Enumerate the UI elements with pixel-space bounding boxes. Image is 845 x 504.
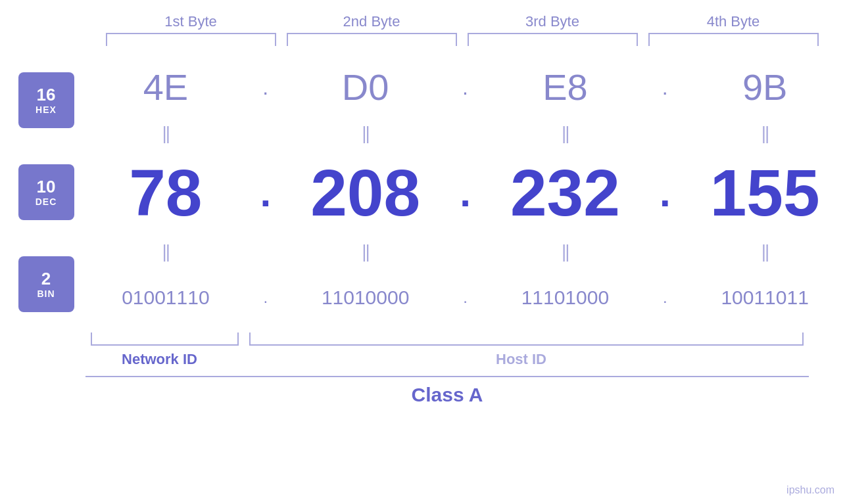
equals-1-1: ||	[85, 123, 246, 144]
equals-2-4: ||	[685, 241, 845, 262]
dec-row: 78 . 208 . 232 . 155	[85, 150, 845, 235]
hex-cell-4: 9B	[685, 69, 845, 106]
equals-2-2: ||	[285, 241, 446, 262]
dec-value-1: 78	[129, 156, 202, 229]
dec-value-4: 155	[710, 156, 820, 229]
equals-1-3: ||	[485, 123, 646, 144]
bin-dot-2: .	[446, 288, 485, 307]
network-id-label: Network ID	[85, 351, 233, 368]
bin-cell-1: 01001110	[85, 288, 246, 308]
equals-row-2: || || || ||	[85, 235, 845, 268]
bracket-byte2	[287, 33, 457, 46]
equals-row-1: || || || ||	[85, 117, 845, 150]
equals-1-4: ||	[685, 123, 845, 144]
bracket-byte3	[468, 33, 638, 46]
bracket-host	[249, 332, 804, 346]
equals-2-1: ||	[85, 241, 246, 262]
class-line-container: Class A	[85, 376, 809, 406]
hex-value-3: E8	[543, 66, 588, 108]
hex-dot-2: .	[446, 76, 485, 100]
bracket-network	[91, 332, 239, 346]
bin-cell-3: 11101000	[485, 288, 646, 308]
hex-row: 4E . D0 . E8 . 9B	[85, 58, 845, 117]
dec-value-3: 232	[510, 156, 620, 229]
watermark: ipshu.com	[786, 484, 834, 496]
hex-value-1: 4E	[143, 66, 189, 108]
hex-value-4: 9B	[742, 66, 788, 108]
bracket-byte1	[106, 33, 276, 46]
dec-badge-name: DEC	[36, 196, 57, 207]
top-brackets	[101, 33, 824, 51]
main-container: 1st Byte 2nd Byte 3rd Byte 4th Byte 16 H…	[0, 0, 845, 504]
hex-dot-3: .	[645, 76, 685, 100]
bin-dot-3: .	[645, 288, 685, 307]
equals-2-3: ||	[485, 241, 646, 262]
left-labels: 16 HEX 10 DEC 2 BIN	[0, 58, 85, 312]
bottom-section: Network ID Host ID	[0, 332, 845, 368]
bin-value-3: 11101000	[521, 286, 609, 308]
content-area: 16 HEX 10 DEC 2 BIN 4E . D0	[0, 58, 845, 327]
bin-cell-4: 10011011	[685, 288, 845, 308]
byte3-header: 3rd Byte	[462, 13, 643, 30]
bin-dot-1: .	[246, 288, 285, 307]
bin-row: 01001110 . 11010000 . 11101000 . 1001101…	[85, 268, 845, 327]
hex-dot-1: .	[246, 76, 285, 100]
hex-badge-num: 16	[37, 85, 56, 104]
dec-badge: 10 DEC	[18, 164, 74, 220]
dec-dot-3: .	[645, 170, 685, 216]
dec-cell-2: 208	[285, 160, 446, 225]
dec-value-2: 208	[310, 156, 420, 229]
main-grid: 4E . D0 . E8 . 9B || ||	[85, 58, 845, 327]
byte2-header: 2nd Byte	[281, 13, 462, 30]
bin-value-1: 01001110	[122, 286, 209, 308]
dec-dot-1: .	[246, 170, 285, 216]
bin-value-4: 10011011	[721, 286, 808, 308]
dec-cell-4: 155	[685, 160, 845, 225]
dec-cell-1: 78	[85, 160, 246, 225]
hex-cell-1: 4E	[85, 69, 246, 106]
hex-cell-3: E8	[485, 69, 646, 106]
byte1-header: 1st Byte	[101, 13, 281, 30]
bin-badge-name: BIN	[37, 288, 55, 299]
host-id-label: Host ID	[233, 351, 809, 368]
byte-headers: 1st Byte 2nd Byte 3rd Byte 4th Byte	[101, 13, 824, 30]
class-section: Class A	[0, 376, 845, 406]
bin-value-2: 11010000	[322, 286, 409, 308]
dec-dot-2: .	[446, 170, 485, 216]
bin-badge-num: 2	[41, 269, 51, 288]
equals-1-2: ||	[285, 123, 446, 144]
hex-cell-2: D0	[285, 69, 446, 106]
bracket-byte4	[648, 33, 819, 46]
bottom-labels: Network ID Host ID	[85, 351, 809, 368]
byte4-header: 4th Byte	[643, 13, 824, 30]
dec-badge-num: 10	[37, 177, 56, 196]
dec-cell-3: 232	[485, 160, 646, 225]
bin-badge: 2 BIN	[18, 256, 74, 312]
bottom-brackets	[85, 332, 809, 348]
hex-value-2: D0	[342, 66, 389, 108]
hex-badge: 16 HEX	[18, 72, 74, 128]
class-label: Class A	[412, 384, 483, 405]
hex-badge-name: HEX	[36, 104, 57, 115]
bin-cell-2: 11010000	[285, 288, 446, 308]
